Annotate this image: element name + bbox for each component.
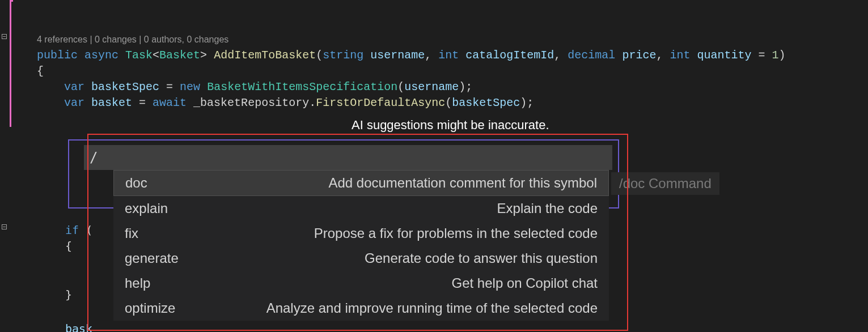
suggestion-fix[interactable]: fixPropose a fix for problems in the sel… — [113, 221, 609, 246]
param-name: price — [622, 49, 656, 62]
param-type: string — [323, 49, 363, 62]
suggestion-name: explain — [125, 201, 168, 216]
param-type: int — [438, 49, 459, 62]
punc: ( — [445, 96, 452, 109]
code-line-if: if ( — [65, 222, 92, 238]
code-line-brace: { — [65, 238, 72, 254]
suggestion-desc: Generate code to answer this question — [365, 250, 598, 266]
code-line-partial: bask — [65, 321, 92, 332]
suggestion-doc[interactable]: docAdd documentation comment for this sy… — [113, 170, 609, 196]
suggestion-explain[interactable]: explainExplain the code — [113, 196, 609, 221]
suggestion-name: generate — [125, 250, 179, 266]
param-type: decimal — [568, 49, 615, 62]
code-area[interactable]: 4 references | 0 changes | 0 authors, 0 … — [14, 0, 868, 127]
suggestion-name: optimize — [125, 300, 175, 316]
suggestion-desc: Analyze and improve running time of the … — [266, 300, 598, 316]
method-name: AddItemToBasket — [214, 49, 316, 62]
punc: = — [159, 80, 180, 93]
punc: > — [200, 49, 207, 62]
suggestion-desc: Propose a fix for problems in the select… — [314, 225, 598, 241]
keyword-var: var — [64, 80, 84, 93]
type-task: Task — [125, 49, 153, 62]
punc: , — [656, 49, 663, 62]
keyword-public: public — [37, 49, 78, 62]
punc: ( — [397, 80, 404, 93]
suggestion-help[interactable]: helpGet help on Copilot chat — [113, 271, 609, 296]
copilot-chat-input[interactable]: / — [84, 145, 612, 170]
suggestion-desc: Explain the code — [497, 201, 598, 216]
suggestion-desc: Add documentation comment for this symbo… — [328, 175, 597, 191]
suggestion-name: fix — [125, 225, 138, 241]
command-tooltip: /doc Command — [611, 172, 719, 195]
param-type: int — [670, 49, 690, 62]
collapse-icon[interactable] — [2, 34, 7, 39]
keyword-async: async — [84, 49, 118, 62]
suggestion-desc: Get help on Copilot chat — [452, 275, 598, 291]
punc: = — [132, 96, 153, 109]
suggestion-optimize[interactable]: optimizeAnalyze and improve running time… — [113, 296, 609, 321]
keyword-var: var — [64, 96, 84, 109]
ai-disclaimer-text: AI suggestions might be inaccurate. — [352, 118, 549, 133]
param-name: catalogItemId — [465, 49, 554, 62]
var-name: basketSpec — [91, 80, 159, 93]
param-name: quantity — [697, 49, 751, 62]
keyword-await: await — [153, 96, 187, 109]
code-editor[interactable]: 4 references | 0 changes | 0 authors, 0 … — [0, 0, 868, 127]
type-basket: Basket — [159, 49, 200, 62]
punc: ); — [459, 80, 472, 93]
param-name: username — [370, 49, 425, 62]
arg: username — [404, 80, 459, 93]
suggestion-generate[interactable]: generateGenerate code to answer this que… — [113, 246, 609, 271]
suggestion-name: doc — [125, 175, 147, 191]
field: _basketRepository — [193, 96, 309, 109]
punc: . — [309, 96, 316, 109]
code-line-brace-close: } — [65, 287, 72, 303]
punc: < — [153, 49, 159, 62]
var-name: basket — [91, 96, 132, 109]
command-suggestions-list: docAdd documentation comment for this sy… — [113, 170, 609, 321]
punc: ) — [779, 49, 786, 62]
collapse-icon[interactable] — [2, 224, 7, 229]
arg: basketSpec — [452, 96, 520, 109]
punc: , — [554, 49, 561, 62]
punc: , — [425, 49, 431, 62]
keyword-new: new — [180, 80, 200, 93]
brace: { — [37, 65, 44, 78]
codelens[interactable]: 4 references | 0 changes | 0 authors, 0 … — [37, 35, 228, 44]
type-name: BasketWithItemsSpecification — [207, 80, 397, 93]
punc: ); — [520, 96, 533, 109]
punc: ( — [316, 49, 323, 62]
suggestion-name: help — [125, 275, 150, 291]
change-indicator — [10, 0, 13, 127]
method-call: FirstOrDefaultAsync — [316, 96, 445, 109]
default-value: 1 — [772, 49, 779, 62]
punc: = — [751, 49, 772, 62]
